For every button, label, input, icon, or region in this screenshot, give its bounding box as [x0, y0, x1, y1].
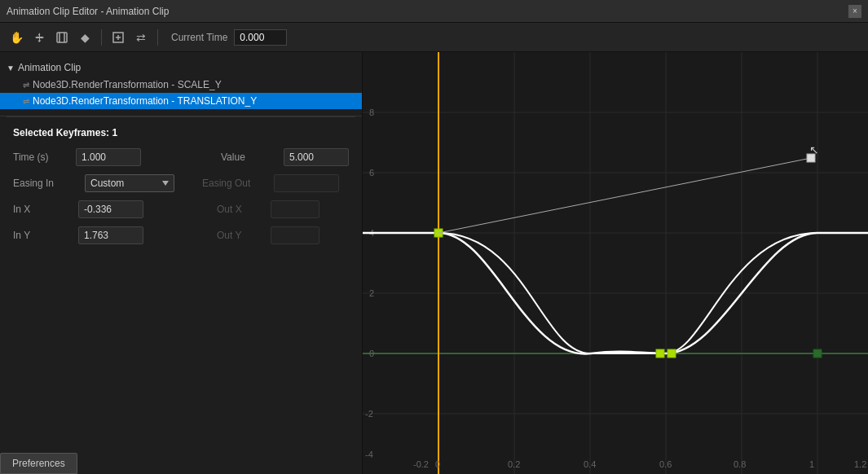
time-value-row: Time (s) Value: [13, 148, 349, 166]
in-x-row: In X Out X: [13, 200, 349, 218]
tree-root-label: Animation Clip: [18, 62, 81, 73]
easing-in-label: Easing In: [13, 178, 78, 189]
svg-text:-0.2: -0.2: [413, 459, 429, 469]
svg-text:0.4: 0.4: [584, 459, 596, 469]
close-button[interactable]: ×: [848, 5, 861, 18]
svg-text:2: 2: [369, 288, 374, 298]
selected-keyframes-header: Selected Keyframes: 1: [13, 127, 349, 138]
in-x-input[interactable]: [78, 200, 143, 218]
svg-text:0: 0: [369, 349, 374, 358]
svg-text:0: 0: [435, 459, 440, 469]
svg-text:6: 6: [369, 168, 374, 178]
out-y-input: [271, 226, 319, 244]
easing-row: Easing In Custom Linear Ease In Ease Out…: [13, 174, 349, 192]
tree-section: ▼ Animation Clip ⇌ Node3D.RenderTransfor…: [0, 52, 362, 116]
toolbar-separator-2: [157, 29, 158, 46]
graph-canvas: 8 6 4 2 0 -2 -4 -0.2 0 0.2 0.4 0.6 0.8 1…: [363, 52, 868, 474]
easing-out-label: Easing Out: [202, 178, 267, 189]
svg-text:8: 8: [369, 108, 374, 117]
easing-in-select[interactable]: Custom Linear Ease In Ease Out Ease In O…: [85, 174, 174, 192]
out-x-label: Out X: [217, 204, 266, 215]
tree-item-icon-0: ⇌: [23, 81, 29, 90]
tree-root[interactable]: ▼ Animation Clip: [0, 59, 362, 77]
svg-text:↖: ↖: [809, 143, 819, 156]
properties-section: Selected Keyframes: 1 Time (s) Value Eas…: [0, 117, 362, 305]
tree-root-arrow: ▼: [7, 64, 15, 72]
svg-text:0.2: 0.2: [508, 459, 520, 469]
time-input[interactable]: [76, 148, 141, 166]
pan-tool-button[interactable]: ✋: [7, 28, 26, 47]
title-text: Animation Clip Editor - Animation Clip: [7, 6, 848, 17]
out-y-label: Out Y: [217, 230, 266, 241]
value-input[interactable]: [284, 148, 349, 166]
svg-rect-40: [656, 349, 664, 358]
title-bar: Animation Clip Editor - Animation Clip ×: [0, 0, 868, 23]
move-tool-button[interactable]: [29, 28, 49, 47]
graph-area[interactable]: 8 6 4 2 0 -2 -4 -0.2 0 0.2 0.4 0.6 0.8 1…: [363, 52, 868, 474]
in-y-input[interactable]: [78, 226, 143, 244]
svg-rect-0: [57, 33, 67, 42]
value-label: Value: [221, 151, 277, 163]
main-container: ▼ Animation Clip ⇌ Node3D.RenderTransfor…: [0, 52, 868, 474]
tree-item-label-0: Node3D.RenderTransformation - SCALE_Y: [33, 79, 222, 90]
loop-tool-button[interactable]: ⇄: [131, 28, 151, 47]
frame-tool-button[interactable]: [52, 28, 72, 47]
svg-text:-2: -2: [365, 409, 373, 419]
tree-item-label-1: Node3D.RenderTransformation - TRANSLATIO…: [33, 95, 257, 107]
current-time-input[interactable]: [234, 29, 287, 46]
left-panel: ▼ Animation Clip ⇌ Node3D.RenderTransfor…: [0, 52, 363, 474]
in-x-label: In X: [13, 204, 78, 215]
easing-out-input: [274, 174, 339, 192]
in-y-label: In Y: [13, 230, 78, 241]
svg-text:1: 1: [809, 459, 814, 469]
svg-text:0.6: 0.6: [659, 459, 672, 469]
svg-text:-4: -4: [365, 450, 373, 459]
tree-item-icon-1: ⇌: [23, 97, 29, 106]
svg-rect-42: [813, 349, 822, 358]
tangent-tool-button[interactable]: ◆: [75, 28, 95, 47]
toolbar-separator-1: [101, 29, 102, 46]
svg-rect-41: [668, 349, 676, 358]
time-label: Time (s): [13, 151, 69, 163]
svg-text:1.2: 1.2: [854, 459, 866, 469]
out-x-input: [271, 200, 319, 218]
selected-keyframes-label: Selected Keyframes:: [13, 127, 109, 138]
tree-item-1[interactable]: ⇌ Node3D.RenderTransformation - TRANSLAT…: [0, 93, 362, 109]
tree-item-0[interactable]: ⇌ Node3D.RenderTransformation - SCALE_Y: [0, 77, 362, 93]
current-time-label: Current Time: [171, 32, 227, 43]
insert-tool-button[interactable]: [108, 28, 128, 47]
svg-text:0.8: 0.8: [734, 459, 746, 469]
toolbar: ✋ ◆ ⇄ Current Time: [0, 23, 868, 52]
preferences-button[interactable]: Preferences: [0, 453, 77, 474]
selected-keyframes-count: 1: [112, 127, 117, 138]
in-y-row: In Y Out Y: [13, 226, 349, 244]
